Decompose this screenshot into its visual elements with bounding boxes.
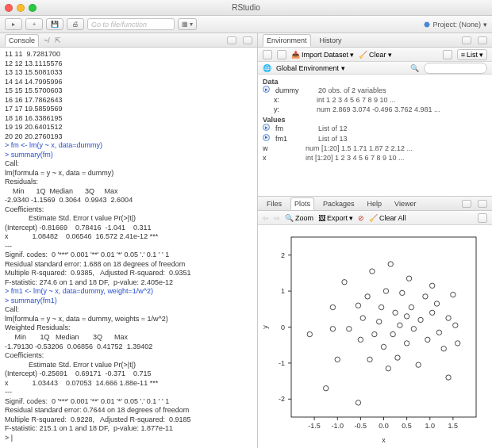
svg-point-63 <box>429 283 434 288</box>
svg-point-71 <box>455 341 460 346</box>
svg-point-33 <box>347 327 352 331</box>
plot-surface: -1.5-1.0-0.50.00.51.01.5-2-1012xy <box>258 225 492 448</box>
clear-env-button[interactable]: 🧹 Clear ▾ <box>359 51 392 59</box>
tab-files[interactable]: Files <box>263 197 286 210</box>
print-button[interactable]: 🖨 <box>67 18 84 30</box>
plot-zoom-button[interactable]: 🔍 Zoom <box>285 214 313 222</box>
svg-point-68 <box>446 375 451 380</box>
svg-point-27 <box>307 331 312 336</box>
svg-text:-1.5: -1.5 <box>308 422 321 430</box>
import-dataset-button[interactable]: 📥 Import Dataset ▾ <box>291 51 354 59</box>
svg-point-47 <box>388 262 393 266</box>
plot-refresh-icon[interactable] <box>478 213 487 223</box>
svg-point-31 <box>335 357 340 362</box>
svg-point-54 <box>404 341 409 346</box>
tab-console[interactable]: Console <box>5 34 39 47</box>
svg-point-61 <box>425 337 430 342</box>
goto-function-placeholder: Go to file/function <box>91 21 147 29</box>
env-search-input[interactable] <box>424 63 487 74</box>
svg-point-28 <box>323 385 328 390</box>
svg-text:y: y <box>261 325 269 329</box>
env-pane-maximize-button[interactable] <box>478 36 487 44</box>
tab-help[interactable]: Help <box>363 197 386 210</box>
tab-packages[interactable]: Packages <box>319 197 359 210</box>
svg-point-70 <box>453 323 458 327</box>
plots-pane-minimize-button[interactable] <box>462 200 471 208</box>
tab-plots[interactable]: Plots <box>290 197 314 210</box>
svg-point-60 <box>423 294 428 299</box>
project-menu[interactable]: ⬣ Project: (None) ▾ <box>424 21 487 29</box>
project-label: Project: (None) <box>432 21 481 29</box>
env-scope-icon: 🌐 <box>263 64 271 72</box>
window-title: RStudio <box>0 3 492 12</box>
svg-point-65 <box>434 301 439 306</box>
addins-button[interactable]: ▦ ▾ <box>178 18 197 30</box>
pane-minimize-button[interactable] <box>227 36 236 44</box>
environment-list[interactable]: Data▸dummy20 obs. of 2 variablesx:int 1 … <box>258 75 492 196</box>
svg-text:-2: -2 <box>279 395 285 403</box>
svg-text:-0.5: -0.5 <box>355 422 367 430</box>
svg-point-46 <box>386 366 390 371</box>
svg-point-34 <box>356 400 360 405</box>
console-output[interactable]: 11 11 9.728170012 12 13.111557613 13 15.… <box>0 48 257 448</box>
svg-text:x: x <box>382 436 386 444</box>
new-file-button[interactable]: ▸ <box>5 18 22 30</box>
svg-point-53 <box>404 314 409 319</box>
refresh-env-icon[interactable] <box>443 50 452 59</box>
plot-export-button[interactable]: 🖼 Export ▾ <box>318 214 353 222</box>
plot-next-icon[interactable]: ⇨ <box>274 214 280 222</box>
svg-point-39 <box>367 357 372 362</box>
save-button[interactable]: 💾 <box>46 18 63 30</box>
svg-text:1: 1 <box>281 287 285 295</box>
save-workspace-icon[interactable] <box>277 50 286 59</box>
svg-point-69 <box>451 292 455 297</box>
svg-point-52 <box>400 290 405 295</box>
svg-point-40 <box>370 269 375 274</box>
plots-pane-maximize-button[interactable] <box>478 200 487 208</box>
svg-point-32 <box>342 280 347 285</box>
pane-maximize-button[interactable] <box>243 36 252 44</box>
tab-history[interactable]: History <box>316 34 346 47</box>
svg-point-57 <box>409 304 413 309</box>
svg-text:0: 0 <box>281 324 285 331</box>
svg-text:0.0: 0.0 <box>379 422 389 430</box>
svg-point-37 <box>360 316 365 320</box>
goto-function-input[interactable]: Go to file/function <box>87 18 175 30</box>
svg-point-48 <box>390 331 395 336</box>
plot-clearall-button[interactable]: 🧹 Clear All <box>369 214 406 222</box>
svg-text:-1.0: -1.0 <box>331 422 344 430</box>
svg-point-35 <box>356 303 360 308</box>
env-scope-selector[interactable]: Global Environment ▾ <box>276 64 345 72</box>
svg-point-36 <box>358 337 363 342</box>
svg-point-62 <box>429 310 434 315</box>
svg-text:0.5: 0.5 <box>402 422 412 430</box>
load-workspace-icon[interactable] <box>263 50 272 59</box>
svg-rect-0 <box>291 237 476 417</box>
tab-environment[interactable]: Environment <box>263 34 311 47</box>
svg-point-29 <box>330 327 335 331</box>
plot-remove-icon[interactable]: ⊘ <box>358 214 364 222</box>
svg-point-66 <box>441 347 446 351</box>
open-file-button[interactable]: + <box>25 18 43 30</box>
console-wd-reveal-icon[interactable]: ⇱ <box>55 36 61 44</box>
svg-point-49 <box>393 310 398 315</box>
svg-point-59 <box>418 317 423 322</box>
svg-point-50 <box>395 355 400 360</box>
svg-text:1.0: 1.0 <box>425 422 435 430</box>
svg-text:1.5: 1.5 <box>448 422 459 430</box>
svg-text:-1: -1 <box>279 359 285 367</box>
svg-point-38 <box>365 294 370 299</box>
svg-point-45 <box>383 289 388 293</box>
plot-prev-icon[interactable]: ⇦ <box>263 214 269 222</box>
svg-point-55 <box>406 276 411 281</box>
tab-viewer[interactable]: Viewer <box>390 197 420 210</box>
console-wd: ~/ <box>44 36 50 44</box>
env-pane-minimize-button[interactable] <box>462 36 471 44</box>
svg-point-41 <box>372 331 377 336</box>
svg-point-42 <box>376 319 381 324</box>
svg-point-43 <box>379 304 383 309</box>
svg-text:2: 2 <box>281 251 285 259</box>
svg-point-56 <box>411 327 416 331</box>
env-view-mode[interactable]: ≡ List ▾ <box>457 49 487 60</box>
svg-point-44 <box>381 344 386 349</box>
